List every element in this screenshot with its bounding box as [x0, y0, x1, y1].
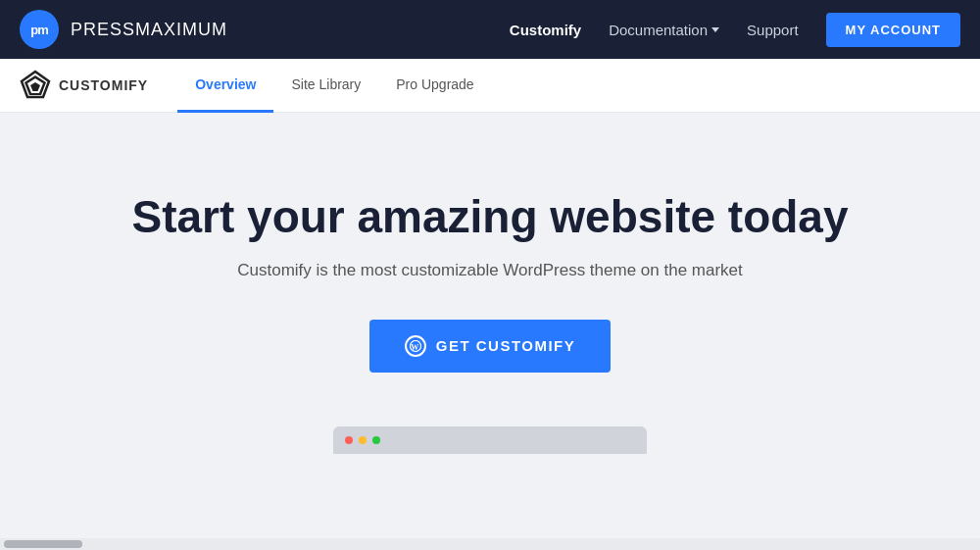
wordpress-icon: W	[405, 335, 426, 357]
top-nav-links: Customify Documentation Support MY ACCOU…	[510, 13, 960, 47]
sub-navigation: CUSTOMIFY Overview Site Library Pro Upgr…	[0, 59, 980, 113]
top-navigation: pm PRESSMAXIMUM Customify Documentation …	[0, 0, 980, 59]
tab-site-library[interactable]: Site Library	[273, 59, 378, 113]
customify-logo-icon	[20, 70, 51, 101]
hero-title: Start your amazing website today	[131, 191, 848, 243]
main-content: Start your amazing website today Customi…	[0, 113, 980, 493]
nav-customify[interactable]: Customify	[510, 22, 581, 38]
tab-overview[interactable]: Overview	[177, 59, 273, 113]
pm-logo: pm	[20, 10, 59, 49]
brand-area: pm PRESSMAXIMUM	[20, 10, 227, 49]
svg-text:W: W	[411, 342, 420, 351]
customify-brand: CUSTOMIFY	[20, 70, 148, 101]
tab-pro-upgrade[interactable]: Pro Upgrade	[378, 59, 491, 113]
pm-logo-text: pm	[30, 23, 48, 37]
get-customify-label: GET CUSTOMIFY	[436, 337, 576, 354]
horizontal-scrollbar[interactable]	[0, 538, 980, 550]
nav-support[interactable]: Support	[747, 22, 799, 38]
brand-name: PRESSMAXIMUM	[71, 20, 227, 40]
nav-documentation[interactable]: Documentation	[609, 22, 719, 38]
customify-logo-text: CUSTOMIFY	[59, 77, 148, 93]
my-account-button[interactable]: MY ACCOUNT	[826, 13, 960, 47]
get-customify-button[interactable]: W GET CUSTOMIFY	[369, 320, 612, 373]
browser-preview	[333, 426, 647, 454]
scrollbar-thumb[interactable]	[4, 540, 82, 548]
browser-dot-yellow	[359, 436, 367, 444]
browser-dot-green	[372, 436, 380, 444]
sub-nav-tabs: Overview Site Library Pro Upgrade	[177, 59, 491, 113]
browser-dot-red	[345, 436, 353, 444]
chevron-down-icon	[711, 27, 719, 32]
hero-subtitle: Customify is the most customizable WordP…	[237, 261, 743, 280]
